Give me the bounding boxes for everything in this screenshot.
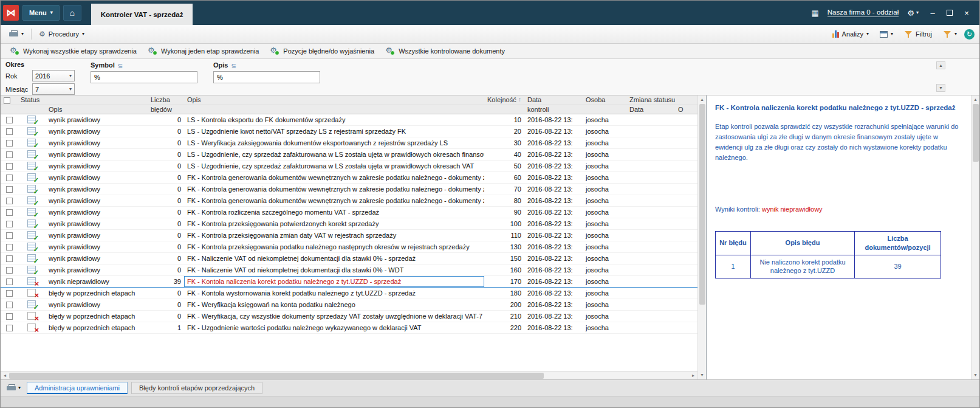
- views-button[interactable]: ▾: [876, 29, 897, 40]
- tab-administracja-uprawnieniami[interactable]: Administracja uprawnieniami: [27, 382, 128, 394]
- col-osoba[interactable]: Osoba: [583, 95, 626, 105]
- table-row[interactable]: wynik prawidłowy 0 LS - Uzgodnienie kwot…: [1, 125, 698, 137]
- row-checkbox[interactable]: [6, 117, 13, 123]
- zmiana-osoba-cell: [675, 160, 698, 171]
- row-checkbox[interactable]: [6, 232, 13, 239]
- scroll-down-icon[interactable]: ▾: [971, 371, 980, 379]
- print-button[interactable]: ▾: [5, 29, 27, 40]
- row-checkbox[interactable]: [6, 198, 13, 204]
- row-checkbox[interactable]: [6, 175, 13, 181]
- filter-operator-icon[interactable]: ⊆: [118, 62, 123, 69]
- table-row[interactable]: wynik prawidłowy 0 LS - Kontrola eksport…: [1, 114, 698, 125]
- osoba-cell: josocha: [583, 195, 626, 206]
- menu-button[interactable]: Menu ▾: [22, 5, 60, 21]
- tab-kontroler-vat-sprzedaz[interactable]: Kontroler VAT - sprzedaż: [91, 4, 193, 25]
- scroll-down-icon[interactable]: ▾: [698, 371, 707, 379]
- col-opis[interactable]: Opis: [184, 95, 484, 105]
- close-button[interactable]: ×: [961, 9, 972, 18]
- col-status-opis[interactable]: Opis: [46, 105, 148, 114]
- scroll-right-icon[interactable]: ▸: [689, 372, 697, 380]
- table-row[interactable]: wynik prawidłowy 0 FK - Kontrola przeksi…: [1, 229, 698, 241]
- horizontal-scrollbar[interactable]: ◂ ▸: [1, 371, 697, 379]
- table-row[interactable]: wynik prawidłowy 0 LS - Weryfikacja zaks…: [1, 137, 698, 148]
- maximize-button[interactable]: [947, 10, 953, 16]
- analizy-button[interactable]: Analizy ▾: [829, 29, 872, 40]
- data-kontroli-cell: 2016-08-22 13:: [524, 206, 583, 218]
- hscroll-thumb[interactable]: [9, 373, 544, 379]
- row-checkbox[interactable]: [6, 290, 13, 297]
- row-checkbox[interactable]: [6, 244, 13, 251]
- table-row[interactable]: wynik prawidłowy 0 FK - Kontrola przeksi…: [1, 241, 698, 252]
- table-row[interactable]: błędy w poprzednich etapach 1 FK - Uzgod…: [1, 322, 698, 333]
- err-col-opis: Opis błędu: [750, 231, 854, 255]
- opis-input[interactable]: [213, 71, 320, 83]
- table-vertical-scrollbar[interactable]: ▴ ▾: [697, 95, 706, 379]
- scroll-up-icon[interactable]: ▴: [971, 95, 980, 104]
- company-selector[interactable]: Nasza firma 0 - oddział: [828, 9, 899, 17]
- zmiana-osoba-cell: [675, 252, 698, 264]
- table-row[interactable]: błędy w poprzednich etapach 0 FK - Konto…: [1, 287, 698, 299]
- row-checkbox[interactable]: [6, 128, 13, 135]
- row-checkbox[interactable]: [6, 186, 13, 193]
- table-row[interactable]: wynik prawidłowy 0 FK - Naliczenie VAT o…: [1, 252, 698, 264]
- miesiac-select[interactable]: 7 ▾: [32, 83, 75, 95]
- row-checkbox[interactable]: [6, 163, 13, 170]
- run-one-step-button[interactable]: Wykonaj jeden etap sprawdzenia: [142, 46, 264, 57]
- row-checkbox[interactable]: [6, 278, 13, 285]
- filtruj-button[interactable]: Filtruj: [900, 29, 936, 40]
- row-checkbox[interactable]: [6, 221, 13, 227]
- col-zmiana-osoba[interactable]: O: [675, 105, 698, 114]
- col-zmiana-statusu[interactable]: Zmiana statusu: [626, 95, 698, 105]
- col-status[interactable]: Status: [18, 95, 148, 105]
- table-row[interactable]: wynik prawidłowy 0 FK - Kontrola generow…: [1, 183, 698, 195]
- table-row[interactable]: wynik prawidłowy 0 FK - Weryfikacja księ…: [1, 299, 698, 310]
- run-all-steps-button[interactable]: Wykonaj wszystkie etapy sprawdzenia: [4, 46, 142, 57]
- table-row[interactable]: błędy w poprzednich etapach 0 FK - Weryf…: [1, 310, 698, 322]
- table-row[interactable]: wynik nieprawidłowy 39 FK - Kontola nali…: [1, 275, 698, 287]
- apps-grid-icon[interactable]: ▦: [811, 9, 818, 18]
- scroll-down-icon[interactable]: ▾: [936, 84, 945, 92]
- scroll-up-icon[interactable]: ▴: [698, 95, 707, 104]
- vscroll-thumb[interactable]: [699, 104, 705, 305]
- symbol-input[interactable]: [91, 71, 197, 83]
- scroll-left-icon[interactable]: ◂: [1, 372, 9, 380]
- col-kolejnosc[interactable]: Kolejność↑: [484, 95, 524, 105]
- minimize-button[interactable]: –: [927, 9, 938, 18]
- table-row[interactable]: wynik prawidłowy 0 FK - Naliczenie VAT o…: [1, 264, 698, 275]
- table-row[interactable]: wynik prawidłowy 0 FK - Kontrola rozlicz…: [1, 206, 698, 218]
- row-checkbox[interactable]: [6, 325, 13, 331]
- col-data-kontroli[interactable]: Data: [524, 95, 583, 105]
- home-button[interactable]: ⌂: [63, 5, 81, 21]
- table-row[interactable]: wynik prawidłowy 0 LS - Uzgodnienie, czy…: [1, 148, 698, 160]
- table-row[interactable]: wynik prawidłowy 0 FK - Kontrola przeksi…: [1, 218, 698, 229]
- opis-cell: LS - Uzgodnienie kwot netto/VAT sprzedaż…: [184, 125, 484, 137]
- error-positions-button[interactable]: Pozycje błędne/do wyjaśnienia: [264, 46, 380, 57]
- select-all-checkbox[interactable]: [4, 97, 10, 104]
- filter-options-button[interactable]: ▾: [939, 29, 961, 40]
- settings-button[interactable]: ⚙ ▾: [907, 9, 919, 18]
- tab-bledy-kontroli-etapow[interactable]: Błędy kontroli etapów poprzedzających: [131, 382, 262, 394]
- filter-operator-icon[interactable]: ⊆: [231, 62, 236, 69]
- table-row[interactable]: wynik prawidłowy 0 FK - Kontrola generow…: [1, 171, 698, 183]
- vscroll-thumb[interactable]: [973, 104, 979, 162]
- row-checkbox[interactable]: [6, 302, 13, 308]
- row-checkbox[interactable]: [6, 151, 13, 158]
- col-zmiana-data[interactable]: Data: [626, 105, 675, 114]
- detail-vertical-scrollbar[interactable]: ▴ ▾: [971, 95, 979, 379]
- all-documents-button[interactable]: Wszystkie kontrolowane dokumenty: [380, 46, 510, 57]
- table-row[interactable]: wynik prawidłowy 0 LS - Uzgodnienie, czy…: [1, 160, 698, 171]
- table-row[interactable]: wynik prawidłowy 0 FK - Kontrola generow…: [1, 195, 698, 206]
- report-button[interactable]: ▾: [4, 383, 23, 393]
- col-liczba-bledow[interactable]: Liczba: [148, 95, 184, 105]
- refresh-icon[interactable]: ↻: [964, 29, 975, 40]
- row-checkbox[interactable]: [6, 255, 13, 262]
- row-checkbox[interactable]: [6, 140, 13, 147]
- rok-select[interactable]: 2016 ▾: [32, 70, 75, 81]
- opis-cell: FK - Kontrola generowania dokumentów wew…: [184, 183, 484, 195]
- scroll-up-icon[interactable]: ▴: [936, 61, 945, 69]
- row-checkbox[interactable]: [6, 267, 13, 274]
- row-checkbox[interactable]: [6, 313, 13, 320]
- procedury-button[interactable]: ⚙ Procedury ▾: [35, 28, 88, 40]
- status-icon: [27, 173, 36, 181]
- row-checkbox[interactable]: [6, 209, 13, 216]
